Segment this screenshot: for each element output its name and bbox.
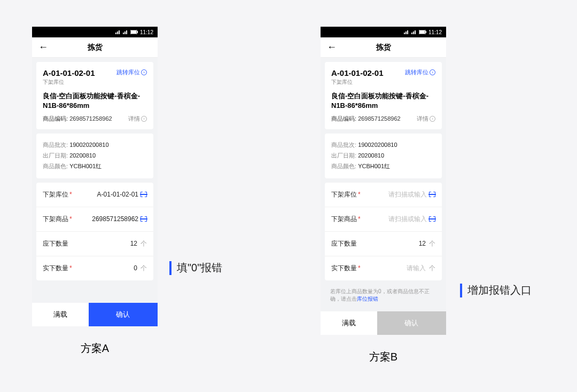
annotation-b: 增加报错入口 xyxy=(460,283,532,297)
footer: 满载 确认 xyxy=(32,303,158,326)
should-qty-row: 应下数量 12个 xyxy=(36,232,153,256)
confirm-button[interactable]: 确认 xyxy=(89,303,158,326)
product-input-row[interactable]: 下架商品* 请扫描或输入 xyxy=(325,207,442,232)
plan-a-wrap: 11:12 ← 拣货 A-01-01-02-01 下架库位 跳转库位 › xyxy=(32,27,158,364)
full-load-button[interactable]: 满载 xyxy=(32,303,89,326)
wifi-icon xyxy=(123,30,128,34)
plan-b-wrap: 11:12 ← 拣货 A-01-01-02-01 下架库位 跳转库位 › xyxy=(321,27,446,364)
plan-a-label: 方案A xyxy=(81,341,109,356)
jump-location-link[interactable]: 跳转库位 › xyxy=(405,68,435,76)
content: A-01-01-02-01 下架库位 跳转库位 › 良信-空白面板功能按键-香槟… xyxy=(32,58,158,289)
signal-icon xyxy=(115,30,121,34)
actual-qty-row[interactable]: 实下数量* 请输入个 xyxy=(325,256,442,280)
detail-link[interactable]: 详情 › xyxy=(128,115,147,123)
status-bar: 11:12 xyxy=(32,27,158,37)
form-card: 下架库位* 请扫描或输入 下架商品* 请扫描或输入 应下数量 12个 实下数量*… xyxy=(325,183,442,280)
header: ← 拣货 xyxy=(32,37,158,58)
scan-icon[interactable] xyxy=(429,216,435,222)
location-code: A-01-01-02-01 xyxy=(43,68,95,77)
confirm-button: 确认 xyxy=(377,311,446,335)
batch-card: 商品批次: 190020200810 出厂日期: 20200810 商品颜色: … xyxy=(325,134,442,178)
annotation-bar xyxy=(460,284,462,297)
location-card: A-01-01-02-01 下架库位 跳转库位 › 良信-空白面板功能按键-香槟… xyxy=(325,62,442,129)
svg-rect-2 xyxy=(137,31,138,33)
full-load-button[interactable]: 满载 xyxy=(321,311,377,335)
battery-icon xyxy=(419,30,426,34)
scan-icon[interactable] xyxy=(429,192,435,197)
product-input-row[interactable]: 下架商品* 2698571258962 xyxy=(36,207,153,232)
battery-icon xyxy=(130,30,138,34)
status-bar: 11:12 xyxy=(321,27,446,37)
status-time: 11:12 xyxy=(140,29,153,35)
signal-icon xyxy=(404,30,409,34)
back-icon[interactable]: ← xyxy=(38,42,48,53)
location-error-link[interactable]: 库位报错 xyxy=(357,296,378,302)
svg-rect-5 xyxy=(425,31,426,33)
error-hint: 若库位上商品数量为0，或者商品信息不正确，请点击库位报错 xyxy=(325,285,442,307)
status-time: 11:12 xyxy=(428,29,442,35)
actual-qty-row[interactable]: 实下数量* 0个 xyxy=(36,256,153,280)
footer: 满载 确认 xyxy=(321,311,446,335)
chevron-right-icon: › xyxy=(430,69,435,75)
batch-card: 商品批次: 190020200810 出厂日期: 20200810 商品颜色: … xyxy=(36,134,153,178)
location-sub: 下架库位 xyxy=(43,79,95,86)
header: ← 拣货 xyxy=(321,37,446,58)
chevron-right-icon: › xyxy=(430,116,435,122)
location-code: A-01-01-02-01 xyxy=(331,68,384,77)
product-name: 良信-空白面板功能按键-香槟金-N1B-86*86mm xyxy=(331,91,435,111)
product-name: 良信-空白面板功能按键-香槟金-N1B-86*86mm xyxy=(43,91,147,111)
content: A-01-01-02-01 下架库位 跳转库位 › 良信-空白面板功能按键-香槟… xyxy=(321,58,446,311)
form-card: 下架库位* A-01-01-02-01 下架商品* 2698571258962 … xyxy=(36,183,153,280)
phone-a: 11:12 ← 拣货 A-01-01-02-01 下架库位 跳转库位 › xyxy=(32,27,158,326)
chevron-right-icon: › xyxy=(141,116,147,122)
back-icon[interactable]: ← xyxy=(327,42,337,53)
plan-b-label: 方案B xyxy=(369,350,397,364)
page-title: 拣货 xyxy=(32,43,158,52)
detail-link[interactable]: 详情 › xyxy=(417,115,435,123)
svg-rect-4 xyxy=(419,30,425,34)
location-card: A-01-01-02-01 下架库位 跳转库位 › 良信-空白面板功能按键-香槟… xyxy=(36,62,153,129)
jump-location-link[interactable]: 跳转库位 › xyxy=(116,68,147,76)
scan-icon[interactable] xyxy=(141,216,147,222)
wifi-icon xyxy=(411,30,417,34)
location-input-row[interactable]: 下架库位* 请扫描或输入 xyxy=(325,183,442,207)
annotation-a: 填"0"报错 xyxy=(169,261,222,275)
phone-b: 11:12 ← 拣货 A-01-01-02-01 下架库位 跳转库位 › xyxy=(321,27,446,335)
mockup-container: 11:12 ← 拣货 A-01-01-02-01 下架库位 跳转库位 › xyxy=(0,0,577,364)
page-title: 拣货 xyxy=(321,43,446,52)
location-sub: 下架库位 xyxy=(331,79,384,86)
chevron-right-icon: › xyxy=(141,69,147,75)
location-input-row[interactable]: 下架库位* A-01-01-02-01 xyxy=(36,183,153,207)
should-qty-row: 应下数量 12个 xyxy=(325,232,442,256)
product-code: 商品编码: 2698571258962 xyxy=(331,115,401,123)
product-code: 商品编码: 2698571258962 xyxy=(43,115,112,123)
svg-rect-1 xyxy=(131,30,136,34)
annotation-bar xyxy=(169,261,171,275)
scan-icon[interactable] xyxy=(141,192,147,197)
